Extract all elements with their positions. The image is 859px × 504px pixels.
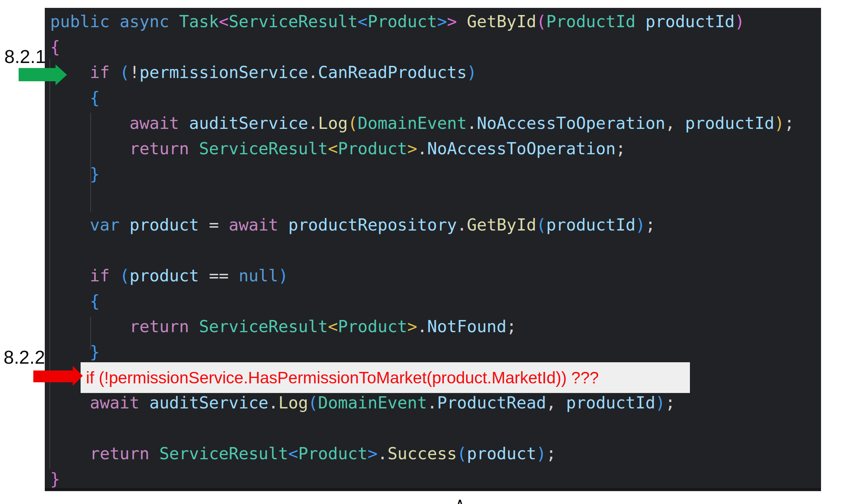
code-line: await auditService.Log(DomainEvent.NoAcc… (50, 111, 794, 136)
code-line: { (50, 289, 794, 314)
annotation-label-8-2-1: 8.2.1 (4, 47, 46, 66)
code-line: return ServiceResult<Product>.NoAccessTo… (50, 136, 794, 161)
code-line: { (50, 85, 794, 111)
code-line: if (product == null) (50, 263, 794, 289)
red-arrow-head (73, 366, 83, 386)
code-line (50, 238, 794, 263)
code-line (50, 416, 794, 441)
code-line: public async Task<ServiceResult<Product>… (50, 9, 794, 34)
code-line: { (50, 34, 794, 60)
code-line: var product = await productRepository.Ge… (50, 212, 794, 238)
code-editor-panel: public async Task<ServiceResult<Product>… (45, 8, 821, 491)
code-line: } (50, 466, 794, 492)
red-arrow-body (33, 370, 73, 382)
code-line: } (50, 161, 794, 187)
code-line: if (!permissionService.CanReadProducts) (50, 60, 794, 85)
stray-caret-glyph: ∧ (455, 495, 465, 504)
green-arrow-head (56, 64, 67, 85)
code-lines: public async Task<ServiceResult<Product>… (50, 9, 794, 492)
code-line: return ServiceResult<Product>.NotFound; (50, 314, 794, 339)
code-line: return ServiceResult<Product>.Success(pr… (50, 441, 794, 466)
annotation-overlay-box: if (!permissionService.HasPermissionToMa… (81, 362, 690, 393)
green-arrow-body (19, 68, 56, 81)
code-line: await auditService.Log(DomainEvent.Produ… (50, 390, 794, 416)
overlay-code-text: if (!permissionService.HasPermissionToMa… (86, 368, 599, 387)
code-line (50, 187, 794, 212)
code-line: } (50, 339, 794, 365)
annotation-label-8-2-2: 8.2.2 (4, 348, 45, 367)
